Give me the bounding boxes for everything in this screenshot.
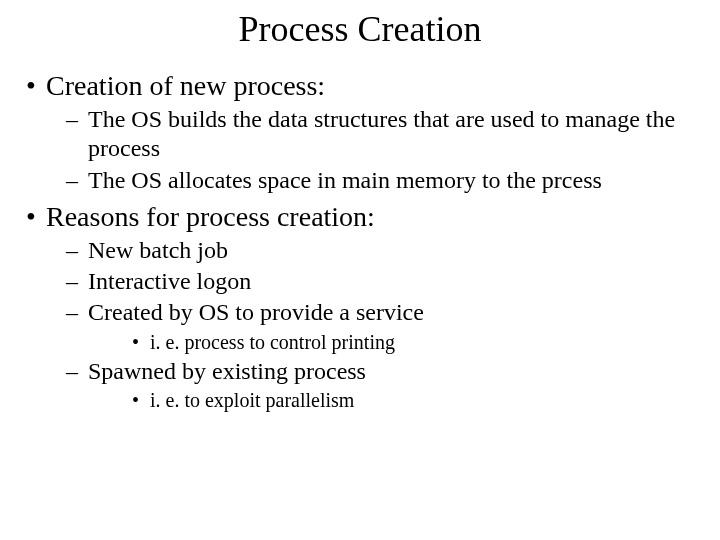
sub-text: Created by OS to provide a service — [88, 299, 424, 325]
subsub-item: i. e. process to control printing — [88, 330, 700, 355]
subsub-list: i. e. process to control printing — [88, 330, 700, 355]
sub-item: Interactive logon — [46, 267, 700, 296]
subsub-list: i. e. to exploit parallelism — [88, 388, 700, 413]
subsub-item: i. e. to exploit parallelism — [88, 388, 700, 413]
subsub-text: i. e. process to control printing — [150, 331, 395, 353]
bullet-list: Creation of new process: The OS builds t… — [20, 68, 700, 413]
sub-text: Spawned by existing process — [88, 358, 366, 384]
subsub-text: i. e. to exploit parallelism — [150, 389, 354, 411]
sub-text: New batch job — [88, 237, 228, 263]
sub-item: The OS builds the data structures that a… — [46, 105, 700, 164]
bullet-text: Creation of new process: — [46, 70, 325, 101]
sub-item: The OS allocates space in main memory to… — [46, 166, 700, 195]
sub-text: Interactive logon — [88, 268, 251, 294]
slide: Process Creation Creation of new process… — [0, 0, 720, 540]
bullet-text: Reasons for process creation: — [46, 201, 375, 232]
sub-item: Created by OS to provide a service i. e.… — [46, 298, 700, 354]
sub-list: The OS builds the data structures that a… — [46, 105, 700, 195]
bullet-item: Creation of new process: The OS builds t… — [20, 68, 700, 195]
sub-list: New batch job Interactive logon Created … — [46, 236, 700, 413]
sub-item: Spawned by existing process i. e. to exp… — [46, 357, 700, 413]
sub-text: The OS allocates space in main memory to… — [88, 167, 602, 193]
slide-title: Process Creation — [20, 8, 700, 50]
sub-text: The OS builds the data structures that a… — [88, 106, 675, 161]
sub-item: New batch job — [46, 236, 700, 265]
bullet-item: Reasons for process creation: New batch … — [20, 199, 700, 413]
